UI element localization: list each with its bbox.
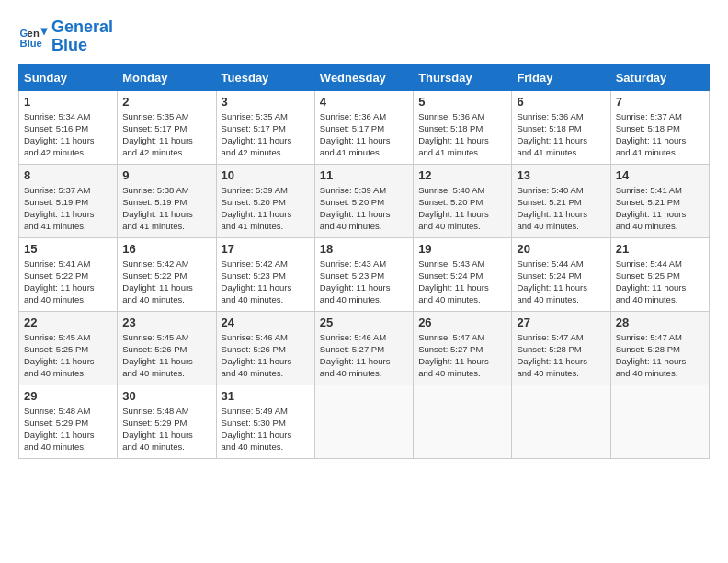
calendar-week-row: 29Sunrise: 5:48 AM Sunset: 5:29 PM Dayli…: [19, 385, 710, 458]
calendar-cell: 20Sunrise: 5:44 AM Sunset: 5:24 PM Dayli…: [512, 237, 610, 311]
day-info: Sunrise: 5:40 AM Sunset: 5:21 PM Dayligh…: [517, 184, 605, 233]
day-number: 6: [517, 95, 605, 109]
day-number: 23: [122, 316, 210, 329]
weekday-header: Friday: [512, 64, 610, 90]
day-number: 24: [222, 316, 310, 329]
day-number: 2: [122, 95, 210, 109]
day-number: 11: [320, 168, 408, 182]
day-number: 27: [517, 316, 605, 329]
page-header: G e n Blue GeneralBlue: [18, 18, 710, 55]
day-info: Sunrise: 5:48 AM Sunset: 5:29 PM Dayligh…: [24, 405, 112, 454]
day-info: Sunrise: 5:48 AM Sunset: 5:29 PM Dayligh…: [122, 405, 210, 454]
calendar-cell: 2Sunrise: 5:35 AM Sunset: 5:17 PM Daylig…: [118, 90, 216, 164]
calendar-cell: 28Sunrise: 5:47 AM Sunset: 5:28 PM Dayli…: [610, 311, 709, 385]
calendar-cell: 11Sunrise: 5:39 AM Sunset: 5:20 PM Dayli…: [314, 164, 413, 237]
day-info: Sunrise: 5:37 AM Sunset: 5:19 PM Dayligh…: [24, 184, 112, 233]
calendar-cell: 25Sunrise: 5:46 AM Sunset: 5:27 PM Dayli…: [314, 311, 413, 385]
calendar-cell: 19Sunrise: 5:43 AM Sunset: 5:24 PM Dayli…: [414, 237, 512, 311]
day-info: Sunrise: 5:41 AM Sunset: 5:22 PM Dayligh…: [24, 258, 112, 306]
weekday-header: Monday: [118, 64, 216, 90]
logo-icon: G e n Blue: [18, 22, 48, 52]
day-number: 4: [320, 95, 408, 109]
calendar-cell: 21Sunrise: 5:44 AM Sunset: 5:25 PM Dayli…: [610, 237, 709, 311]
calendar-cell: 17Sunrise: 5:42 AM Sunset: 5:23 PM Dayli…: [216, 237, 314, 311]
day-number: 21: [616, 242, 704, 256]
day-info: Sunrise: 5:47 AM Sunset: 5:28 PM Dayligh…: [616, 331, 704, 380]
calendar-header: SundayMondayTuesdayWednesdayThursdayFrid…: [19, 64, 710, 90]
calendar-cell: [610, 385, 709, 458]
day-info: Sunrise: 5:35 AM Sunset: 5:17 PM Dayligh…: [122, 110, 210, 159]
calendar-cell: [512, 385, 610, 458]
calendar-cell: 27Sunrise: 5:47 AM Sunset: 5:28 PM Dayli…: [512, 311, 610, 385]
day-info: Sunrise: 5:47 AM Sunset: 5:27 PM Dayligh…: [418, 331, 506, 380]
calendar-cell: 14Sunrise: 5:41 AM Sunset: 5:21 PM Dayli…: [610, 164, 709, 237]
weekday-row: SundayMondayTuesdayWednesdayThursdayFrid…: [19, 64, 710, 90]
day-info: Sunrise: 5:37 AM Sunset: 5:18 PM Dayligh…: [616, 110, 704, 159]
day-number: 28: [616, 316, 704, 329]
day-number: 13: [517, 168, 605, 182]
day-info: Sunrise: 5:47 AM Sunset: 5:28 PM Dayligh…: [517, 331, 605, 380]
calendar-week-row: 1Sunrise: 5:34 AM Sunset: 5:16 PM Daylig…: [19, 90, 710, 164]
day-number: 8: [24, 168, 112, 182]
day-number: 18: [320, 242, 408, 256]
svg-marker-3: [40, 28, 48, 35]
logo-text: GeneralBlue: [51, 18, 113, 55]
calendar-cell: 18Sunrise: 5:43 AM Sunset: 5:23 PM Dayli…: [314, 237, 413, 311]
calendar-cell: 6Sunrise: 5:36 AM Sunset: 5:18 PM Daylig…: [512, 90, 610, 164]
calendar-cell: 8Sunrise: 5:37 AM Sunset: 5:19 PM Daylig…: [19, 164, 118, 237]
day-number: 5: [418, 95, 506, 109]
calendar-cell: 13Sunrise: 5:40 AM Sunset: 5:21 PM Dayli…: [512, 164, 610, 237]
calendar-week-row: 22Sunrise: 5:45 AM Sunset: 5:25 PM Dayli…: [19, 311, 710, 385]
svg-text:n: n: [33, 28, 40, 39]
day-info: Sunrise: 5:43 AM Sunset: 5:24 PM Dayligh…: [418, 258, 506, 306]
calendar-cell: 9Sunrise: 5:38 AM Sunset: 5:19 PM Daylig…: [118, 164, 216, 237]
calendar-cell: 22Sunrise: 5:45 AM Sunset: 5:25 PM Dayli…: [19, 311, 118, 385]
day-number: 20: [517, 242, 605, 256]
calendar-week-row: 15Sunrise: 5:41 AM Sunset: 5:22 PM Dayli…: [19, 237, 710, 311]
day-info: Sunrise: 5:46 AM Sunset: 5:27 PM Dayligh…: [320, 331, 408, 380]
weekday-header: Sunday: [19, 64, 118, 90]
calendar-cell: 7Sunrise: 5:37 AM Sunset: 5:18 PM Daylig…: [610, 90, 709, 164]
day-number: 12: [418, 168, 506, 182]
day-number: 17: [222, 242, 310, 256]
day-number: 30: [122, 389, 210, 403]
day-info: Sunrise: 5:39 AM Sunset: 5:20 PM Dayligh…: [320, 184, 408, 233]
calendar-cell: 15Sunrise: 5:41 AM Sunset: 5:22 PM Dayli…: [19, 237, 118, 311]
day-number: 19: [418, 242, 506, 256]
day-info: Sunrise: 5:45 AM Sunset: 5:25 PM Dayligh…: [24, 331, 112, 380]
calendar-cell: 4Sunrise: 5:36 AM Sunset: 5:17 PM Daylig…: [314, 90, 413, 164]
calendar-cell: [414, 385, 512, 458]
day-number: 1: [24, 95, 112, 109]
day-info: Sunrise: 5:39 AM Sunset: 5:20 PM Dayligh…: [222, 184, 310, 233]
day-info: Sunrise: 5:36 AM Sunset: 5:18 PM Dayligh…: [418, 110, 506, 159]
calendar-cell: 10Sunrise: 5:39 AM Sunset: 5:20 PM Dayli…: [216, 164, 314, 237]
day-info: Sunrise: 5:41 AM Sunset: 5:21 PM Dayligh…: [616, 184, 704, 233]
day-number: 22: [24, 316, 112, 329]
day-info: Sunrise: 5:43 AM Sunset: 5:23 PM Dayligh…: [320, 258, 408, 306]
calendar-week-row: 8Sunrise: 5:37 AM Sunset: 5:19 PM Daylig…: [19, 164, 710, 237]
calendar-cell: 1Sunrise: 5:34 AM Sunset: 5:16 PM Daylig…: [19, 90, 118, 164]
calendar-body: 1Sunrise: 5:34 AM Sunset: 5:16 PM Daylig…: [19, 90, 710, 458]
day-number: 26: [418, 316, 506, 329]
day-number: 29: [24, 389, 112, 403]
calendar-table: SundayMondayTuesdayWednesdayThursdayFrid…: [18, 64, 710, 459]
day-info: Sunrise: 5:42 AM Sunset: 5:22 PM Dayligh…: [122, 258, 210, 306]
day-number: 3: [222, 95, 310, 109]
day-info: Sunrise: 5:45 AM Sunset: 5:26 PM Dayligh…: [122, 331, 210, 380]
calendar-cell: 30Sunrise: 5:48 AM Sunset: 5:29 PM Dayli…: [118, 385, 216, 458]
day-number: 16: [122, 242, 210, 256]
calendar-cell: 26Sunrise: 5:47 AM Sunset: 5:27 PM Dayli…: [414, 311, 512, 385]
calendar-cell: [314, 385, 413, 458]
calendar-cell: 23Sunrise: 5:45 AM Sunset: 5:26 PM Dayli…: [118, 311, 216, 385]
day-info: Sunrise: 5:42 AM Sunset: 5:23 PM Dayligh…: [222, 258, 310, 306]
day-info: Sunrise: 5:38 AM Sunset: 5:19 PM Dayligh…: [122, 184, 210, 233]
logo: G e n Blue GeneralBlue: [18, 18, 113, 55]
day-number: 25: [320, 316, 408, 329]
day-info: Sunrise: 5:44 AM Sunset: 5:25 PM Dayligh…: [616, 258, 704, 306]
day-info: Sunrise: 5:44 AM Sunset: 5:24 PM Dayligh…: [517, 258, 605, 306]
day-number: 15: [24, 242, 112, 256]
weekday-header: Thursday: [414, 64, 512, 90]
day-info: Sunrise: 5:36 AM Sunset: 5:17 PM Dayligh…: [320, 110, 408, 159]
day-number: 10: [222, 168, 310, 182]
weekday-header: Tuesday: [216, 64, 314, 90]
